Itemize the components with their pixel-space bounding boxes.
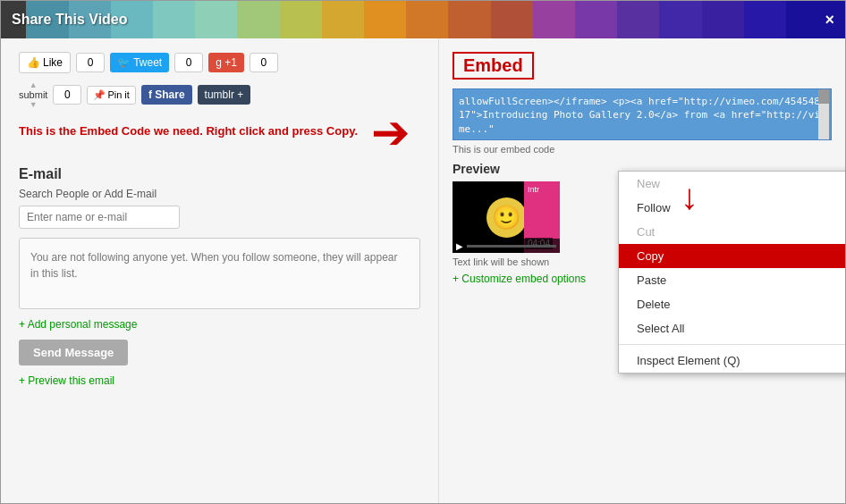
right-arrow-icon: ➔ [371,109,410,155]
context-menu-item-cut[interactable]: Cut [619,220,845,244]
context-menu-item-delete[interactable]: Delete [619,292,845,316]
reddit-label: submit [19,89,47,100]
tweet-label: Tweet [133,56,162,69]
tweet-count: 0 [174,53,203,72]
scroll-thumb [818,89,829,104]
email-search-input[interactable] [19,206,180,229]
progress-bar[interactable] [467,245,556,248]
preview-email-link[interactable]: + Preview this email [19,374,420,387]
scrollbar[interactable] [818,89,829,139]
reddit-widget[interactable]: ▲ submit ▼ [19,80,47,109]
close-button[interactable]: × [825,12,834,28]
social-buttons-row-2: ▲ submit ▼ 0 📌 Pin it f Share tumblr [19,80,420,109]
twitter-icon: 🐦 [117,56,131,69]
fb-share-button[interactable]: f Share [141,85,192,105]
fb-icon: f [148,88,152,101]
context-menu-item-new[interactable]: New [619,172,845,196]
reddit-up-arrow: ▲ [30,80,38,89]
following-box: You are not following anyone yet. When y… [19,238,420,309]
video-thumbnail: 🙂 [486,197,527,238]
like-label: Like [43,56,63,69]
like-button[interactable]: 👍 Like [19,52,71,73]
social-buttons-row: 👍 Like 0 🐦 Tweet 0 g +1 0 [19,52,420,73]
gplus-count: 0 [250,53,278,72]
embed-code-box[interactable]: allowFullScreen></iframe> <p><a href="ht… [453,88,832,140]
gplus-label: +1 [224,56,237,69]
like-count: 0 [76,53,105,72]
pin-icon: 📌 [93,89,106,101]
video-controls-bar[interactable]: ▶ [453,239,560,253]
context-menu-item-select-all[interactable]: Select All [619,316,845,340]
gplus-button[interactable]: g +1 [208,53,244,72]
context-menu-item-follow[interactable]: Follow [619,196,845,220]
modal-title: Share This Video [12,12,128,28]
video-preview: 🙂 Intr 04:04 ▶ [453,181,560,253]
email-section: E-mail Search People or Add E-mail You a… [19,166,420,387]
context-menu-item-inspect[interactable]: Inspect Element (Q) [619,349,845,373]
down-arrow-icon: ↓ [681,177,698,217]
embed-note: This is our embed code [453,144,832,155]
video-title-text: Intr [528,185,539,194]
pinterest-button[interactable]: 📌 Pin it [87,86,135,105]
tumblr-button[interactable]: tumblr + [198,85,251,105]
add-message-link[interactable]: + Add personal message [19,318,420,331]
left-panel: 👍 Like 0 🐦 Tweet 0 g +1 0 [1,38,439,503]
play-icon[interactable]: ▶ [456,241,463,251]
pin-label: Pin it [107,89,129,100]
context-menu-separator [619,344,845,345]
tweet-button[interactable]: 🐦 Tweet [110,53,169,72]
send-message-button[interactable]: Send Message [19,340,128,365]
context-menu-item-paste[interactable]: Paste [619,268,845,292]
embed-title: Embed [453,52,534,80]
tumblr-label: tumblr + [205,88,244,101]
embed-code-text: allowFullScreen></iframe> <p><a href="ht… [459,95,825,136]
modal-header: Share This Video × [1,1,845,38]
fb-share-label: Share [155,88,184,101]
right-panel: Embed allowFullScreen></iframe> <p><a hr… [439,38,845,503]
share-modal: Share This Video × 👍 Like 0 🐦 Tweet 0 [0,0,846,504]
thumbs-up-icon: 👍 [27,56,40,69]
reddit-count: 0 [53,85,81,105]
context-menu-item-copy[interactable]: Copy [619,244,845,268]
instruction-text: This is the Embed Code we need. Right cl… [19,123,358,139]
instruction-row: This is the Embed Code we need. Right cl… [19,109,420,155]
email-section-title: E-mail [19,166,420,182]
modal-body: 👍 Like 0 🐦 Tweet 0 g +1 0 [1,38,845,503]
search-label: Search People or Add E-mail [19,188,420,200]
reddit-down-arrow: ▼ [30,100,38,109]
context-menu: New Follow Cut Copy Paste Delete [618,171,845,374]
gplus-icon: g [216,56,222,69]
